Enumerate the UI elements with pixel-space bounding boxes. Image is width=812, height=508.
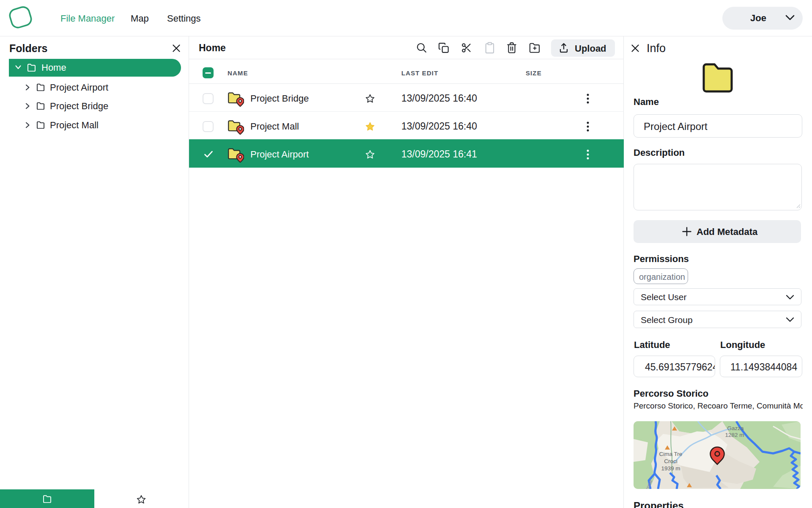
svg-text:Cima Tre: Cima Tre — [659, 451, 683, 457]
svg-text:1939 m: 1939 m — [661, 465, 680, 472]
svg-text:1282 m: 1282 m — [725, 432, 744, 438]
svg-text:Croci: Croci — [664, 458, 678, 464]
svg-text:Gazza: Gazza — [727, 425, 744, 431]
